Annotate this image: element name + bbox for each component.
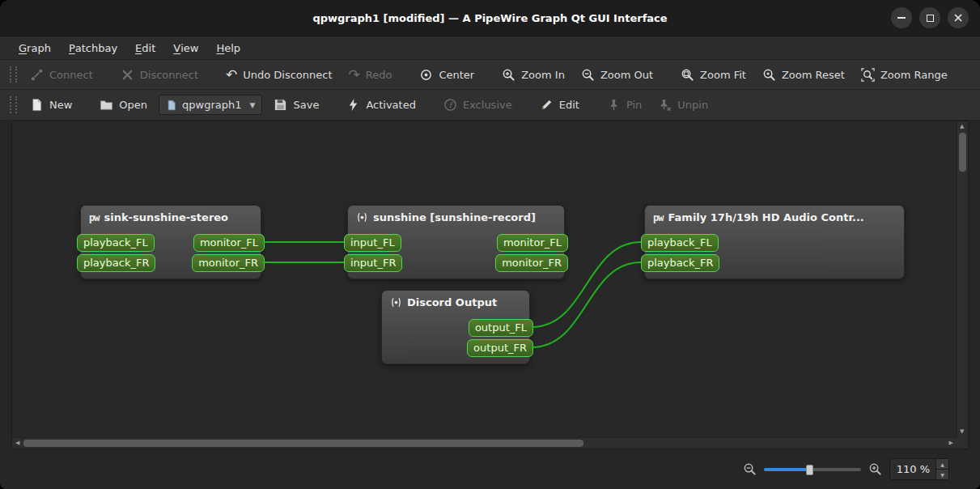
activated-button[interactable]: Activated	[338, 90, 424, 120]
port-monitor-fl[interactable]: monitor_FL	[193, 234, 265, 252]
horizontal-scrollbar[interactable]: ◀ ▶	[12, 437, 957, 449]
zoom-reset-icon	[762, 68, 776, 82]
exclusive-icon: f	[443, 98, 457, 112]
port-monitor-fl[interactable]: monitor_FL	[497, 234, 568, 252]
close-button[interactable]: ×	[948, 7, 969, 28]
toolbar-patchbay: New Open qpwgraph1 ▼ Save Activated f Ex…	[0, 90, 980, 121]
connection-edges	[12, 121, 969, 449]
unpin-label: Unpin	[677, 99, 708, 111]
zoom-out-icon[interactable]	[743, 462, 757, 476]
port-input-fl[interactable]: input_FL	[344, 234, 401, 252]
port-input-fr[interactable]: input_FR	[344, 254, 402, 272]
zoom-out-label: Zoom Out	[600, 69, 653, 81]
pipewire-icon: pw	[89, 212, 99, 223]
scroll-left-arrow[interactable]: ◀	[15, 440, 19, 446]
node-title: Family 17h/19h HD Audio Contr...	[668, 211, 863, 223]
maximize-button[interactable]	[919, 7, 940, 28]
scroll-right-arrow[interactable]: ▶	[949, 440, 953, 446]
scroll-down-arrow[interactable]: ▼	[960, 429, 964, 435]
menu-patchbay[interactable]: Patchbay	[60, 36, 126, 59]
menu-view-mnemonic: V	[173, 42, 180, 54]
unpin-button[interactable]: Unpin	[650, 90, 716, 120]
zoom-range-label: Zoom Range	[880, 69, 948, 81]
zoom-out-button[interactable]: Zoom Out	[573, 60, 661, 89]
zoom-in-icon[interactable]	[868, 462, 882, 476]
redo-icon: ↷	[349, 68, 360, 82]
node-header: pw sink-sunshine-stereo	[81, 206, 261, 223]
zoom-value: 110 %	[897, 463, 930, 475]
zoom-range-button[interactable]: Zoom Range	[853, 60, 956, 89]
menu-view[interactable]: View	[164, 36, 207, 59]
node-family-hd-audio[interactable]: pw Family 17h/19h HD Audio Contr... play…	[644, 205, 905, 279]
menu-edit-mnemonic: E	[135, 42, 142, 54]
menu-edit[interactable]: Edit	[126, 36, 164, 59]
node-sink-sunshine-stereo[interactable]: pw sink-sunshine-stereo playback_FL play…	[80, 205, 261, 279]
port-output-fr[interactable]: output_FR	[467, 339, 533, 357]
zoom-slider[interactable]	[764, 463, 861, 476]
minimize-icon	[897, 17, 906, 19]
maximize-icon	[927, 15, 934, 22]
horizontal-scroll-handle[interactable]	[23, 440, 583, 447]
center-icon	[419, 68, 433, 82]
zoom-fit-label: Zoom Fit	[700, 69, 746, 81]
node-title: Discord Output	[407, 296, 497, 308]
zoom-fit-icon	[681, 68, 694, 82]
connect-button[interactable]: Connect	[22, 60, 101, 89]
pencil-icon	[540, 98, 554, 112]
exclusive-button[interactable]: f Exclusive	[435, 90, 520, 120]
zoom-fit-button[interactable]: Zoom Fit	[672, 60, 754, 89]
zoom-in-button[interactable]: Zoom In	[494, 60, 573, 89]
toolbar-drag-handle[interactable]	[10, 66, 17, 83]
port-monitor-fr[interactable]: monitor_FR	[192, 254, 265, 272]
open-label: Open	[119, 99, 147, 111]
port-playback-fr[interactable]: playback_FR	[77, 254, 155, 272]
patchbay-file-combo[interactable]: qpwgraph1 ▼	[159, 95, 262, 115]
redo-button[interactable]: ↷ Redo	[341, 60, 401, 89]
port-playback-fl[interactable]: playback_FL	[77, 234, 155, 252]
window-title: qpwgraph1 [modified] — A PipeWire Graph …	[312, 12, 667, 24]
svg-text:f: f	[449, 100, 454, 109]
center-button[interactable]: Center	[411, 60, 482, 89]
menu-help[interactable]: Help	[207, 36, 249, 59]
titlebar[interactable]: qpwgraph1 [modified] — A PipeWire Graph …	[0, 0, 980, 36]
undo-disconnect-button[interactable]: ↶ Undo Disconnect	[218, 60, 341, 89]
menu-patchbay-label: atchbay	[75, 42, 117, 54]
zoom-slider-handle[interactable]	[806, 465, 813, 475]
window-controls: ×	[891, 0, 969, 36]
zoom-spinbox[interactable]: 110 % ▲ ▼	[889, 458, 949, 480]
node-title: sunshine [sunshine-record]	[373, 211, 536, 223]
node-sunshine[interactable]: sunshine [sunshine-record] input_FL inpu…	[347, 205, 565, 279]
undo-icon: ↶	[226, 68, 237, 82]
redo-label: Redo	[366, 69, 392, 81]
graph-canvas[interactable]: pw sink-sunshine-stereo playback_FL play…	[11, 121, 969, 449]
port-output-fl[interactable]: output_FL	[469, 319, 533, 337]
spin-up-button[interactable]: ▲	[936, 459, 948, 470]
save-label: Save	[293, 99, 319, 111]
new-button[interactable]: New	[22, 90, 80, 120]
center-label: Center	[439, 69, 474, 81]
new-label: New	[49, 99, 72, 111]
menu-graph[interactable]: Graph	[10, 36, 60, 59]
vertical-scrollbar[interactable]: ▲ ▼	[957, 121, 968, 437]
scroll-up-arrow[interactable]: ▲	[960, 124, 964, 130]
pin-button[interactable]: Pin	[599, 90, 650, 120]
exclusive-label: Exclusive	[463, 99, 512, 111]
port-playback-fl[interactable]: playback_FL	[641, 234, 719, 252]
toolbar-drag-handle[interactable]	[10, 96, 17, 113]
port-playback-fr[interactable]: playback_FR	[641, 254, 719, 272]
chevron-down-icon: ▼	[250, 101, 256, 109]
disconnect-button[interactable]: Disconnect	[112, 60, 206, 89]
menu-help-mnemonic: H	[216, 42, 224, 54]
edit-button[interactable]: Edit	[532, 90, 588, 120]
spin-down-button[interactable]: ▼	[936, 470, 948, 479]
pin-label: Pin	[626, 99, 642, 111]
zoom-controls: 110 % ▲ ▼	[743, 449, 949, 489]
open-button[interactable]: Open	[91, 90, 155, 120]
node-discord-output[interactable]: Discord Output output_FL output_FR	[381, 290, 530, 364]
save-button[interactable]: Save	[265, 90, 327, 120]
vertical-scroll-handle[interactable]	[959, 133, 966, 172]
port-monitor-fr[interactable]: monitor_FR	[495, 254, 568, 272]
app-window: qpwgraph1 [modified] — A PipeWire Graph …	[0, 0, 980, 489]
minimize-button[interactable]	[891, 7, 912, 28]
zoom-reset-button[interactable]: Zoom Reset	[754, 60, 853, 89]
